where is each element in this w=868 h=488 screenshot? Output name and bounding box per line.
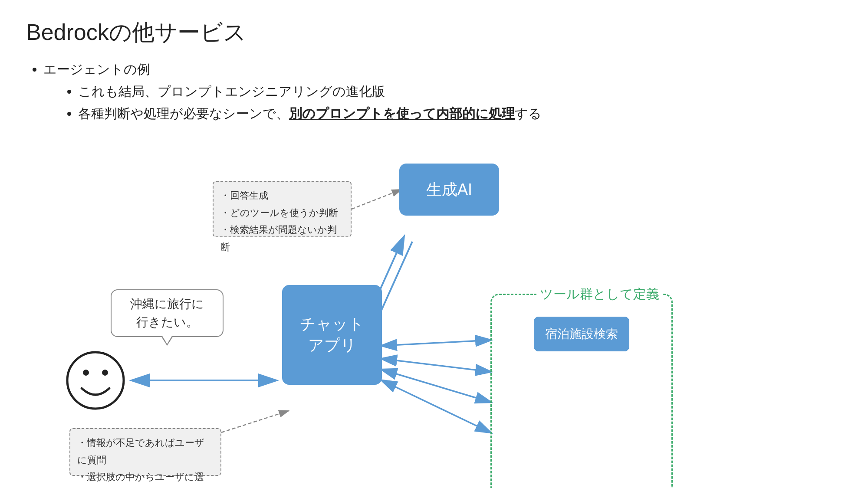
svg-point-12 [67,352,124,409]
bullet-l2b: 各種判断や処理が必要なシーンで、別のプロンプトを使って内部的に処理する [78,102,842,124]
bullet-l2a: これも結局、プロンプトエンジニアリングの進化版 [78,80,842,102]
speech-bubble: 沖縄に旅行に 行きたい。 [111,289,224,337]
smiley-icon [65,350,126,411]
svg-point-13 [83,370,89,376]
svg-line-11 [221,411,289,432]
svg-line-10 [352,190,401,209]
svg-line-9 [382,380,490,432]
svg-line-7 [382,359,490,372]
diagram: ・回答生成 ・どのツールを使うか判断 ・検索結果が問題ないか判断 生成AI 沖縄… [26,138,851,476]
tools-container: ツール群として定義 観光地検索 Knowledge Bases 交通機関検索 宿… [490,294,673,488]
bullets-list: エージェントの例 これも結局、プロンプトエンジニアリングの進化版 各種判断や処理… [26,58,842,124]
info-box-bottom: ・情報が不足であればユーザに質問 ・選択肢の中からユーザに選ばせる [69,428,221,476]
ai-box: 生成AI [399,164,499,216]
svg-line-8 [382,370,490,402]
tool-box-4: 宿泊施設検索 [534,317,629,351]
bullet-l1: エージェントの例 これも結局、プロンプトエンジニアリングの進化版 各種判断や処理… [43,58,842,124]
page-title: Bedrockの他サービス [26,17,842,48]
svg-line-6 [382,340,490,346]
tools-label: ツール群として定義 [536,285,663,303]
svg-point-14 [102,370,108,376]
speech-text: 沖縄に旅行に 行きたい。 [130,295,204,331]
info-box-top: ・回答生成 ・どのツールを使うか判断 ・検索結果が問題ないか判断 [213,181,352,237]
page: Bedrockの他サービス エージェントの例 これも結局、プロンプトエンジニアリ… [0,0,868,488]
chat-box: チャット アプリ [282,285,382,385]
